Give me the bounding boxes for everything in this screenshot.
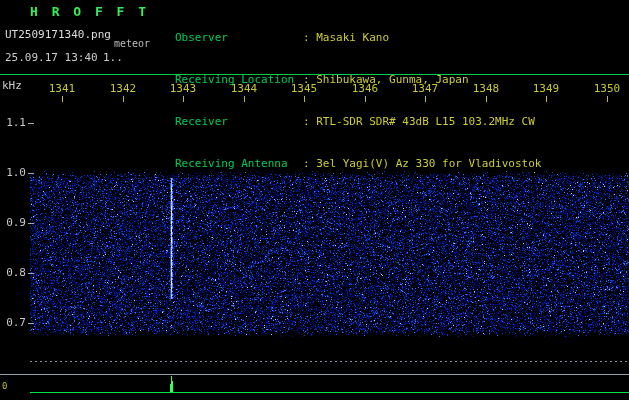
info-row-antenna: Receiving Antenna : 3el Yagi(V) Az 330 f… — [175, 157, 541, 171]
x-axis-tick-label: 1342 — [103, 82, 143, 95]
x-axis-tick-mark — [607, 96, 608, 102]
hrofft-screen: H R O F F T UT2509171340.png meteor 25.0… — [0, 0, 629, 400]
x-axis-tick-label: 1344 — [224, 82, 264, 95]
x-axis-tick-label: 1348 — [466, 82, 506, 95]
y-axis-unit-label: kHz — [2, 79, 22, 92]
x-axis-tick-mark — [425, 96, 426, 102]
station-name: meteor — [114, 38, 150, 49]
info-label: Observer — [175, 31, 303, 45]
x-axis-tick-mark — [304, 96, 305, 102]
x-axis-tick-label: 1345 — [284, 82, 324, 95]
spectrogram-bottom-dotted-line — [30, 361, 629, 362]
x-axis-tick-label: 1346 — [345, 82, 385, 95]
y-axis-tick-label: 0.8 — [0, 266, 26, 279]
x-axis-tick-mark — [244, 96, 245, 102]
y-axis-tick-label: 0.7 — [0, 316, 26, 329]
info-value: : 3el Yagi(V) Az 330 for Vladivostok — [303, 157, 541, 171]
x-axis-tick-mark — [123, 96, 124, 102]
y-axis-tick-mark — [28, 223, 34, 224]
app-title: H R O F F T — [30, 4, 149, 19]
x-axis-tick-label: 1350 — [587, 82, 627, 95]
info-row-observer: Observer : Masaki Kano — [175, 31, 541, 45]
y-axis-tick-label: 1.0 — [0, 166, 26, 179]
x-axis-tick-mark — [546, 96, 547, 102]
capture-datetime: 25.09.17 13:40 — [5, 51, 98, 64]
x-axis-tick-mark — [62, 96, 63, 102]
x-axis-tick-label: 1341 — [42, 82, 82, 95]
level-strip-frame-line — [0, 374, 629, 375]
x-axis-tick-label: 1343 — [163, 82, 203, 95]
header-divider — [0, 74, 629, 75]
y-axis-tick-label: 0.9 — [0, 216, 26, 229]
info-label: Receiver — [175, 115, 303, 129]
x-axis-tick-mark — [183, 96, 184, 102]
level-axis-label: 0 — [2, 381, 7, 391]
y-axis-tick-mark — [28, 273, 34, 274]
level-baseline — [30, 392, 629, 393]
info-value: : Masaki Kano — [303, 31, 389, 45]
x-axis-tick-label: 1347 — [405, 82, 445, 95]
x-axis-tick-mark — [365, 96, 366, 102]
capture-counter: 1.. — [103, 51, 123, 64]
info-value: : RTL-SDR SDR# 43dB L15 103.2MHz CW — [303, 115, 535, 129]
y-axis-tick-mark — [28, 123, 34, 124]
y-axis-tick-label: 1.1 — [0, 116, 26, 129]
x-axis-tick-label: 1349 — [526, 82, 566, 95]
x-axis-tick-mark — [486, 96, 487, 102]
capture-filename: UT2509171340.png — [5, 28, 111, 41]
y-axis-tick-mark — [28, 173, 34, 174]
y-axis-tick-mark — [28, 323, 34, 324]
info-label: Receiving Antenna — [175, 157, 303, 171]
info-row-receiver: Receiver : RTL-SDR SDR# 43dB L15 103.2MH… — [175, 115, 541, 129]
